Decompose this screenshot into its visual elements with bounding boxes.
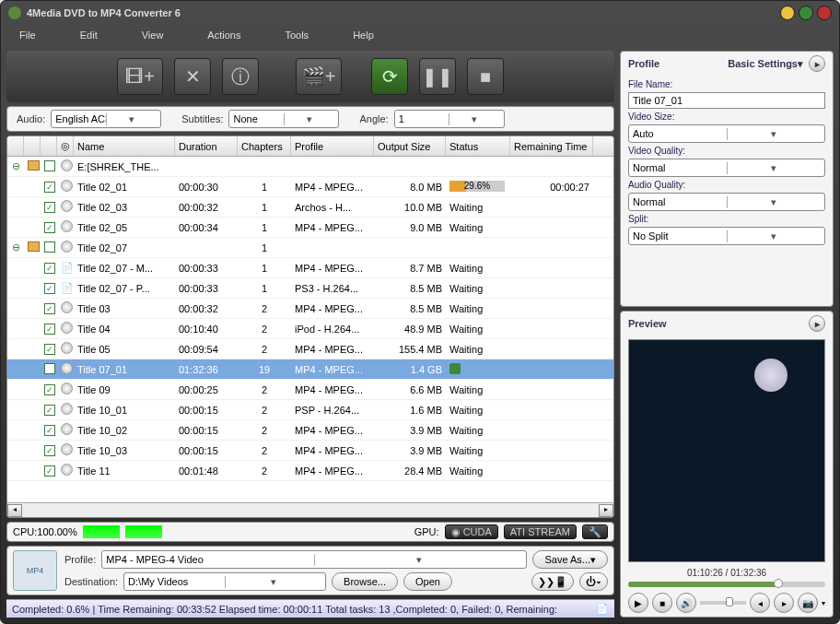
subtitles-combo[interactable]: None▾ — [228, 110, 339, 128]
add-file-button[interactable]: 🎞+ — [117, 58, 163, 95]
seek-slider[interactable] — [628, 582, 825, 587]
table-row[interactable]: Title 07_0101:32:3619MP4 - MPEG...1.4 GB — [7, 359, 613, 380]
table-row[interactable]: ✓Title 02_0100:00:301MP4 - MPEG...8.0 MB… — [7, 177, 613, 197]
ati-badge[interactable]: ATI STREAM — [504, 524, 577, 539]
chevron-down-icon[interactable]: ▾ — [727, 230, 822, 242]
table-row[interactable]: ⊖E:[SHREK_THE... — [7, 157, 613, 177]
col-profile[interactable]: Profile — [291, 136, 374, 156]
menu-view[interactable]: View — [142, 29, 164, 41]
angle-combo[interactable]: 1▾ — [394, 110, 505, 128]
maximize-button[interactable] — [799, 6, 813, 20]
chevron-down-icon[interactable]: ▾ — [727, 196, 822, 208]
chevron-down-icon[interactable]: ▾ — [449, 113, 500, 125]
open-button[interactable]: Open — [403, 572, 452, 591]
col-expand[interactable] — [7, 136, 24, 156]
split-combo[interactable]: No Split▾ — [628, 227, 825, 245]
snapshot-menu-icon[interactable]: ▾ — [822, 599, 825, 607]
cuda-badge[interactable]: ◉ CUDA — [445, 524, 498, 539]
basic-settings-link[interactable]: Basic Settings▾ — [728, 58, 803, 70]
profile-thumb-icon: MP4 — [13, 550, 57, 591]
volume-icon[interactable]: 🔊 — [676, 593, 696, 613]
status-text: Completed: 0.6% | Time Remaining: 00:33:… — [12, 604, 557, 615]
menu-help[interactable]: Help — [353, 29, 374, 41]
profile-panel: Profile Basic Settings▾ ▸ File Name: Vid… — [620, 51, 834, 307]
col-duration[interactable]: Duration — [175, 136, 238, 156]
play-button[interactable]: ▶ — [628, 593, 648, 613]
audioqual-combo[interactable]: Normal▾ — [628, 193, 825, 211]
add-profile-button[interactable]: 🎬+ — [296, 58, 342, 95]
videosize-combo[interactable]: Auto▾ — [628, 124, 825, 143]
convert-button[interactable]: ⟳ — [371, 58, 408, 95]
volume-slider[interactable] — [700, 601, 746, 605]
col-remaining[interactable]: Remaining Time — [510, 136, 593, 156]
menu-actions[interactable]: Actions — [207, 29, 240, 41]
profile-label: Profile: — [64, 554, 96, 565]
preview-video[interactable] — [628, 339, 825, 562]
power-menu-button[interactable]: ⏻▾ — [579, 572, 608, 591]
pause-button[interactable]: ❚❚ — [419, 58, 456, 95]
cpu-meter-icon — [83, 525, 120, 538]
report-icon[interactable]: 📄 — [596, 603, 609, 615]
menu-edit[interactable]: Edit — [80, 29, 98, 41]
info-button[interactable]: ⓘ — [222, 58, 259, 95]
chevron-down-icon[interactable]: ▾ — [106, 113, 158, 125]
dest-combo[interactable]: D:\My Videos▾ — [123, 572, 326, 591]
prev-frame-button[interactable]: ◂ — [750, 593, 770, 613]
scroll-left-icon[interactable]: ◂ — [7, 504, 22, 517]
chevron-down-icon[interactable]: ▾ — [314, 554, 523, 566]
stop-button[interactable]: ■ — [467, 58, 504, 95]
col-output[interactable]: Output Size — [374, 136, 446, 156]
table-row[interactable]: ✓Title 10_0200:00:152MP4 - MPEG...3.9 MB… — [7, 420, 613, 441]
table-row[interactable]: ✓📄Title 02_07 - M...00:00:331MP4 - MPEG.… — [7, 258, 613, 278]
table-row[interactable]: ✓Title 0400:10:402iPod - H.264...48.9 MB… — [7, 319, 613, 339]
hw-status: CPU:100.00% GPU: ◉ CUDA ATI STREAM 🔧 — [6, 522, 614, 542]
col-type[interactable]: ◎ — [57, 136, 74, 156]
menu-file[interactable]: File — [19, 29, 36, 41]
videoqual-combo[interactable]: Normal▾ — [628, 159, 825, 177]
stop-preview-button[interactable]: ■ — [652, 593, 672, 613]
table-row[interactable]: ✓Title 0500:09:542MP4 - MPEG...155.4 MBW… — [7, 339, 613, 359]
chevron-down-icon[interactable]: ▾ — [727, 128, 822, 140]
chevron-down-icon[interactable]: ▾ — [727, 162, 822, 174]
expand-preview-icon[interactable]: ▸ — [809, 315, 825, 332]
settings-icon[interactable]: 🔧 — [582, 524, 608, 539]
col-name[interactable]: Name — [74, 136, 175, 156]
col-folder[interactable] — [24, 136, 41, 156]
expand-profile-icon[interactable]: ▸ — [809, 55, 825, 72]
grid-body[interactable]: ⊖E:[SHREK_THE...✓Title 02_0100:00:301MP4… — [7, 157, 613, 502]
filename-input[interactable] — [628, 92, 825, 109]
cpu-meter-icon — [125, 525, 162, 538]
gpu-label: GPU: — [414, 526, 439, 537]
table-row[interactable]: ✓Title 0900:00:252MP4 - MPEG...6.6 MBWai… — [7, 380, 613, 400]
videosize-label: Video Size: — [628, 112, 825, 122]
preview-panel: Preview ▸ 01:10:26 / 01:32:36 ▶ ■ 🔊 ◂ ▸ … — [620, 311, 834, 618]
table-row[interactable]: ✓Title 0300:00:322MP4 - MPEG...8.5 MBWai… — [7, 299, 613, 319]
table-row[interactable]: ✓Title 02_0300:00:321Archos - H...10.0 M… — [7, 197, 613, 218]
chevron-down-icon[interactable]: ▾ — [284, 113, 335, 125]
table-row[interactable]: ✓Title 10_0300:00:152MP4 - MPEG...3.9 MB… — [7, 441, 613, 461]
saveas-button[interactable]: Save As... ▾ — [532, 550, 608, 569]
table-row[interactable]: ✓📄Title 02_07 - P...00:00:331PS3 - H.264… — [7, 278, 613, 299]
browse-button[interactable]: Browse... — [332, 572, 398, 591]
table-row[interactable]: ⊖Title 02_071 — [7, 238, 613, 258]
minimize-button[interactable] — [780, 6, 795, 20]
titlebar[interactable]: 4Media DVD to MP4 Converter 6 — [1, 1, 839, 25]
menu-tools[interactable]: Tools — [285, 29, 309, 41]
col-status[interactable]: Status — [446, 136, 510, 156]
col-chapters[interactable]: Chapters — [238, 136, 291, 156]
dest-label: Destination: — [64, 576, 118, 587]
table-row[interactable]: ✓Title 1100:01:482MP4 - MPEG...28.4 MBWa… — [7, 461, 613, 481]
chevron-down-icon[interactable]: ▾ — [225, 576, 322, 588]
col-check[interactable] — [41, 136, 57, 156]
profile-combo[interactable]: MP4 - MPEG-4 Video▾ — [101, 550, 527, 569]
table-row[interactable]: ✓Title 02_0500:00:341MP4 - MPEG...9.0 MB… — [7, 218, 613, 238]
next-frame-button[interactable]: ▸ — [774, 593, 794, 613]
table-row[interactable]: ✓Title 10_0100:00:152PSP - H.264...1.6 M… — [7, 400, 613, 420]
close-button[interactable] — [817, 6, 832, 20]
h-scrollbar[interactable]: ◂ ▸ — [7, 502, 613, 517]
transfer-button[interactable]: ❯❯📱 — [531, 572, 574, 591]
audio-combo[interactable]: English AC3 6ch (0xE▾ — [51, 110, 161, 128]
delete-button[interactable]: ✕ — [174, 58, 211, 95]
scroll-right-icon[interactable]: ▸ — [599, 504, 613, 517]
snapshot-button[interactable]: 📷 — [798, 593, 818, 613]
